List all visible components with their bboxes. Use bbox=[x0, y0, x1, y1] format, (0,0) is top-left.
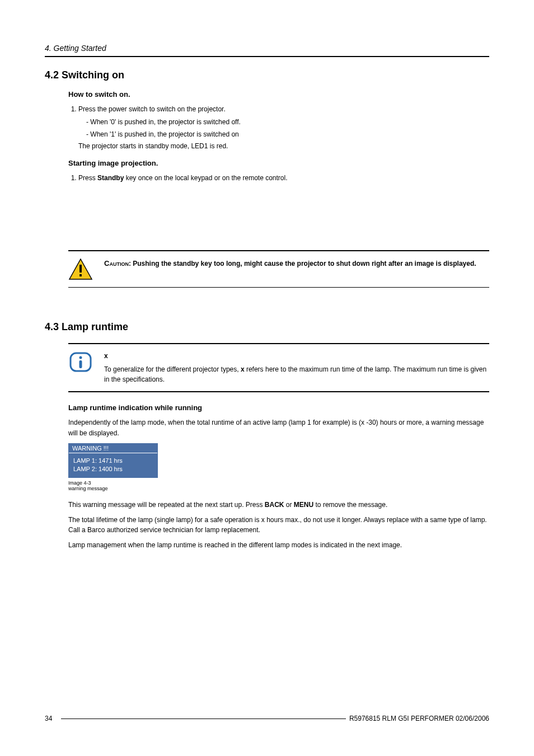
repeat-post: to remove the message. bbox=[313, 501, 387, 509]
lamp-indication-title: Lamp runtime indication while running bbox=[68, 403, 489, 412]
caution-bottom-rule bbox=[68, 287, 489, 288]
svg-point-4 bbox=[79, 356, 82, 359]
warning-triangle-icon bbox=[68, 258, 93, 280]
svg-rect-1 bbox=[79, 265, 82, 273]
projection-step-1: Press Standby key once on the local keyp… bbox=[78, 173, 489, 184]
step-1-text: Press the power switch to switch on the … bbox=[78, 105, 226, 113]
document-id: R5976815 RLM G5I PERFORMER 02/06/2006 bbox=[349, 715, 489, 722]
projection-steps: Press Standby key once on the local keyp… bbox=[68, 173, 489, 184]
caution-body: : Pushing the standby key too long, migh… bbox=[129, 260, 476, 267]
repeat-back: BACK bbox=[265, 501, 284, 509]
warning-box-title: WARNING !!! bbox=[69, 444, 157, 453]
lamp-1-row: LAMP 1: 1471 hrs bbox=[73, 457, 153, 464]
repeat-mid: or bbox=[284, 501, 294, 509]
lamp-2-row: LAMP 2: 1400 hrs bbox=[73, 466, 153, 472]
header-rule bbox=[45, 56, 489, 57]
proj-step-bold: Standby bbox=[97, 174, 124, 182]
caution-text: Caution: Pushing the standby key too lon… bbox=[104, 258, 476, 269]
info-text-pre: To generalize for the different projecto… bbox=[104, 365, 241, 373]
lifetime-para: The total lifetime of the lamp (single l… bbox=[68, 515, 489, 536]
subsection-lamp-runtime: Lamp runtime indication while running In… bbox=[68, 403, 489, 550]
subsection-how-to: How to switch on. Press the power switch… bbox=[68, 90, 489, 183]
proj-step-pre: Press bbox=[78, 174, 97, 182]
section-4-2-title: 4.2 Switching on bbox=[45, 69, 489, 81]
info-icon bbox=[68, 351, 93, 373]
svg-rect-5 bbox=[79, 360, 82, 368]
proj-step-post: key once on the local keypad or on the r… bbox=[124, 174, 287, 182]
section-4-3-title: 4.3 Lamp runtime bbox=[45, 321, 489, 333]
info-text-block: x To generalize for the different projec… bbox=[104, 351, 489, 384]
how-to-switch-on-title: How to switch on. bbox=[68, 90, 489, 98]
info-callout: x To generalize for the different projec… bbox=[68, 343, 489, 392]
info-bottom-rule bbox=[68, 391, 489, 392]
standby-note: The projector starts in standby mode, LE… bbox=[78, 142, 489, 150]
repeat-pre: This warning message will be repeated at… bbox=[68, 501, 265, 509]
switch-on-steps: Press the power switch to switch on the … bbox=[68, 104, 489, 140]
info-term: x bbox=[104, 351, 489, 361]
image-caption-line1: Image 4-3 bbox=[68, 480, 91, 486]
lamp-indication-para: Independently of the lamp mode, when the… bbox=[68, 417, 489, 438]
warning-message-box: WARNING !!! LAMP 1: 1471 hrs LAMP 2: 140… bbox=[68, 443, 158, 478]
page-number: 34 bbox=[45, 715, 52, 722]
page-footer: 34 R5976815 RLM G5I PERFORMER 02/06/2006 bbox=[45, 715, 489, 722]
mgmt-para: Lamp management when the lamp runtime is… bbox=[68, 540, 489, 551]
switch-detail-list: When '0' is pushed in, the projector is … bbox=[86, 117, 489, 140]
dash-item-0: When '0' is pushed in, the projector is … bbox=[86, 117, 489, 128]
image-caption-line2: warning message bbox=[68, 486, 108, 491]
step-1: Press the power switch to switch on the … bbox=[78, 104, 489, 140]
warning-box-body: LAMP 1: 1471 hrs LAMP 2: 1400 hrs bbox=[69, 453, 157, 477]
image-caption: Image 4-3 warning message bbox=[68, 480, 489, 492]
repeat-menu: MENU bbox=[294, 501, 313, 509]
svg-rect-2 bbox=[79, 274, 82, 276]
starting-projection-title: Starting image projection. bbox=[68, 159, 489, 167]
chapter-header: 4. Getting Started bbox=[45, 44, 489, 53]
footer-rule bbox=[61, 719, 346, 719]
caution-callout: Caution: Pushing the standby key too lon… bbox=[68, 250, 489, 288]
info-text-bold: x bbox=[241, 365, 245, 373]
repeat-para: This warning message will be repeated at… bbox=[68, 500, 489, 510]
caution-lead: Caution bbox=[104, 259, 129, 267]
dash-item-1: When '1' is pushed in, the projector is … bbox=[86, 129, 489, 140]
